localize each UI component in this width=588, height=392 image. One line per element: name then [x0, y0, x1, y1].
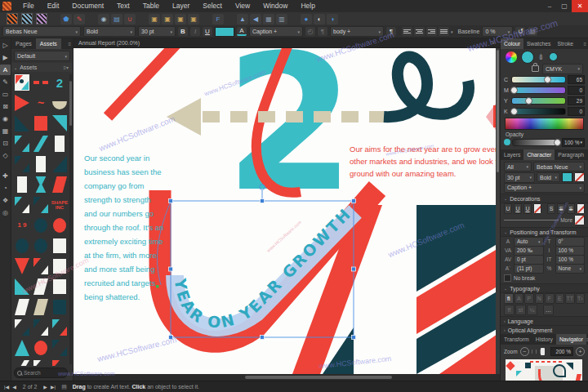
asset-crescent[interactable] — [51, 93, 69, 113]
c-slider[interactable] — [511, 76, 566, 83]
align-center-button[interactable] — [414, 27, 425, 36]
font-family-select[interactable]: Bebas Neue▾ — [2, 26, 81, 37]
fill-colour-circle[interactable] — [521, 51, 534, 64]
character-size-select[interactable]: 30 pt▾ — [504, 172, 535, 183]
asset-red-triangle[interactable] — [13, 93, 31, 113]
asset-pyramid[interactable] — [13, 338, 31, 358]
numeral-2-shape[interactable]: 2 — [225, 48, 355, 233]
character-fill-swatch[interactable] — [562, 172, 572, 182]
asset-dark-circle-3[interactable] — [32, 236, 50, 256]
typography-header[interactable]: ⌄Typography — [501, 283, 588, 293]
baseline-value-field[interactable]: 0 %▾ — [482, 26, 513, 37]
line-colour-swatch[interactable] — [574, 215, 585, 225]
asset-white-poly[interactable] — [13, 297, 31, 317]
zoom-slider-handle[interactable] — [541, 348, 545, 355]
eyedropper-icon[interactable]: ✐ — [537, 51, 546, 61]
strike-none-button[interactable] — [577, 203, 585, 214]
doc-thumb-purple[interactable] — [36, 13, 47, 24]
document-close-icon[interactable]: × — [492, 40, 495, 46]
typography-button-F[interactable]: F — [545, 293, 555, 304]
asset-white-square-3[interactable] — [51, 277, 69, 296]
align-left-button[interactable] — [402, 27, 412, 36]
tab-layers[interactable]: Layers — [501, 149, 523, 160]
asset-white-rect-2[interactable] — [32, 154, 50, 174]
tab-swatches[interactable]: Swatches — [523, 38, 554, 49]
snap-object-icon[interactable]: ▣ — [162, 14, 173, 24]
snap-grid-icon[interactable]: ▣ — [175, 14, 186, 24]
menu-table[interactable]: Table — [136, 0, 166, 12]
hand-tool[interactable]: ❖ — [0, 195, 11, 206]
menu-edit[interactable]: Edit — [41, 0, 66, 12]
colour-spectrum-bar[interactable] — [505, 118, 584, 130]
doc-thumb-orange[interactable] — [7, 13, 18, 24]
typography-button-A[interactable]: A — [514, 293, 524, 304]
asset-teal-duo[interactable] — [13, 134, 31, 154]
asset-19[interactable]: 1 9 — [13, 216, 31, 235]
menu-select[interactable]: Select — [196, 0, 229, 12]
positioning-left-field-0[interactable]: Auto▾ — [514, 237, 544, 247]
colour-wheel-icon[interactable] — [506, 51, 517, 63]
character-weight-select[interactable]: Bold▾ — [537, 172, 560, 182]
picture-tool[interactable]: ▦ — [0, 126, 11, 136]
asset-white-square-2[interactable] — [51, 256, 69, 276]
tab-transform[interactable]: Transform — [501, 334, 532, 345]
menu-help[interactable]: Help — [294, 0, 321, 12]
asset-dark-triangle[interactable] — [13, 114, 31, 133]
menu-layer[interactable]: Layer — [166, 0, 196, 12]
assets-category-select[interactable]: Default▾ — [14, 51, 70, 61]
picture-frame-tool[interactable]: ⊠ — [0, 101, 11, 112]
c-value-field[interactable]: 65 — [568, 75, 585, 84]
retina-view-icon[interactable]: ◑ — [327, 14, 338, 24]
asset-white-teal-mosaic[interactable] — [32, 359, 50, 366]
k-slider-handle[interactable] — [510, 108, 518, 115]
asset-collage[interactable] — [13, 73, 31, 92]
asset-dark-square[interactable] — [51, 297, 69, 317]
first-page-button[interactable]: |◀ — [4, 384, 9, 390]
prev-page-button[interactable]: ◀ — [12, 384, 16, 390]
menu-view[interactable]: View — [229, 0, 256, 12]
more-label[interactable]: More — [560, 217, 572, 223]
minimize-button[interactable]: – — [542, 0, 557, 12]
typography-button-P[interactable]: P — [524, 293, 534, 304]
document-page[interactable]: 2 — [74, 48, 500, 374]
no-break-checkbox[interactable] — [504, 274, 511, 282]
pen-tool[interactable]: ✎ — [0, 77, 11, 87]
dark-loop-shape[interactable] — [384, 57, 469, 118]
assets-search-input[interactable]: Search — [14, 368, 68, 378]
sampled-colour-circle[interactable] — [549, 52, 558, 61]
font-weight-select[interactable]: Bold▾ — [83, 26, 136, 37]
canvas-horizontal-scrollbar[interactable] — [74, 374, 500, 381]
decorations-header[interactable]: ⌄Decorations — [501, 194, 588, 203]
dashed-arrow-head[interactable] — [167, 98, 201, 136]
m-value-field[interactable]: 0 — [568, 86, 585, 95]
flip-horizontal-icon[interactable]: ▲ — [237, 14, 248, 24]
align-right-button[interactable] — [426, 27, 437, 36]
reset-formatting-icon[interactable]: ↺ — [515, 27, 525, 36]
asset-red-circle[interactable] — [51, 216, 69, 235]
move-tool[interactable]: ▷ — [0, 40, 11, 51]
character-panel-icon[interactable]: ◴ — [305, 27, 315, 36]
pencil-icon[interactable]: ✎ — [74, 14, 85, 24]
zoom-in-button[interactable]: + — [576, 347, 585, 356]
asset-white-square[interactable] — [51, 236, 69, 256]
close-button[interactable]: ✕ — [572, 0, 588, 12]
positioning-right-field-3[interactable]: None▾ — [555, 264, 586, 274]
underline-button[interactable]: U — [203, 27, 212, 36]
zoom-value-field[interactable]: 200 % — [550, 347, 573, 356]
tab-stroke[interactable]: Stroke — [555, 38, 577, 49]
zoom-tool[interactable]: ◎ — [0, 207, 11, 218]
tab-paragraph[interactable]: Paragraph — [555, 149, 587, 160]
asset-squiggle[interactable]: ~ — [32, 93, 50, 113]
tab-navigator[interactable]: Navigator — [556, 334, 586, 345]
asset-dark-circle-2[interactable] — [13, 236, 31, 256]
red-paragraph[interactable]: Our aims for the next year are to grow e… — [350, 143, 500, 180]
maximize-button[interactable]: ▢ — [557, 0, 572, 12]
asset-numeral-2[interactable]: 2 — [51, 73, 69, 92]
panel-menu-icon[interactable]: ≡ — [68, 42, 71, 47]
k-value-field[interactable]: 0 — [568, 107, 585, 116]
asset-white-rect-3[interactable] — [13, 175, 31, 194]
asset-dark-white-mosaic[interactable] — [32, 318, 50, 337]
asset-teal-tri-2[interactable] — [13, 277, 31, 296]
panel-menu-icon[interactable]: ≡ — [583, 42, 586, 47]
asset-dashes[interactable] — [32, 73, 50, 92]
